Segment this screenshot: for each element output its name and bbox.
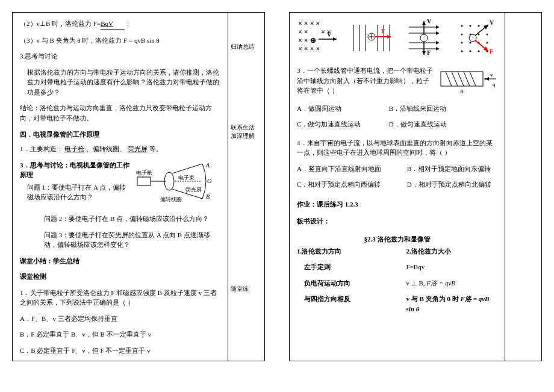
page1-annotations: 归纳总结 联系生活 加深理解 随堂练	[228, 13, 264, 361]
page2-annotations	[505, 13, 541, 361]
svg-point-38	[470, 25, 472, 27]
svg-point-46	[470, 42, 472, 44]
svg-rect-58	[441, 72, 483, 86]
txt: （2）v⊥B 时，洛伦兹力 F=	[20, 20, 101, 27]
lbl-F: F	[381, 28, 385, 34]
solenoid-diagram: v q B	[438, 66, 497, 98]
lbl-v: v	[490, 72, 493, 78]
q3d: D．做匀速直线运动	[389, 120, 447, 128]
line-4: 根据洛伦兹力的方向与带电粒子运动方向的关系，请你推测，洛伦兹力对带电粒子运动的速…	[27, 67, 220, 98]
lbl-V: V	[327, 31, 332, 38]
lbl-A: A	[205, 162, 210, 169]
svg-marker-29	[436, 31, 439, 35]
diagram-1: × × × × × ×× × × × ⊕ × × × × V	[297, 19, 340, 58]
lbl-F: F	[427, 49, 431, 56]
tube-block: 电子枪 电子束 荧光屏 偏转线圈 A O B 3．思考与讨论：电视机显像管的工作…	[20, 160, 220, 208]
svg-text:× × ⊕: × × ⊕	[298, 36, 316, 45]
q4-opts2: C．相对于预定点稍向西偏转 D．相对于预定点稍向北偏转	[297, 179, 497, 190]
page-2: × × × × × ×× × × × ⊕ × × × × V	[289, 12, 542, 361]
blank-bqv: BqV	[101, 19, 125, 30]
col-1: 1.洛伦兹力方向 左手定则 负电荷运动方向 与四指方向相反	[297, 246, 388, 320]
summary: 课堂小结：学生总结	[20, 256, 220, 266]
test-q1c: C．B 必定垂直于 F、v，但 F 不一定垂直于 v	[20, 346, 220, 356]
svg-marker-55	[484, 25, 488, 30]
svg-marker-28	[436, 25, 439, 29]
r1a: 左手定则	[304, 262, 388, 272]
svg-line-59	[446, 72, 452, 86]
q3-text: 3．一个长螺线管中通有电流，把一个带电粒子沿中轴线方向射入（若不计重力影响），粒…	[297, 67, 433, 94]
svg-marker-66	[485, 77, 489, 81]
homework: 作业：课后练习 1.2.3	[297, 199, 497, 210]
lbl-V: V	[490, 19, 494, 26]
line-5: 结论：洛伦兹力与运动方向垂直，洛伦兹力只改变带电粒子运动方向，对带电粒子不做功。	[20, 103, 220, 123]
col2-h: 2.洛伦兹力大小	[406, 246, 498, 257]
txt: 3.思考与讨论	[20, 52, 58, 60]
q4: 4．来自宇宙的电子流，以与地球表面垂直的方向射向赤道上空的某一点，则这些电子在进…	[297, 138, 497, 158]
svg-line-63	[470, 72, 476, 86]
txt: 等。	[149, 145, 163, 152]
r2pre: v ⊥ B,	[406, 279, 425, 287]
q4d: D．相对于预定点稍向北偏转	[407, 181, 491, 188]
test-heading: 课堂检测	[20, 272, 220, 282]
svg-rect-0	[137, 177, 151, 185]
annotation-1: 归纳总结	[231, 43, 262, 51]
line-2: （2）v⊥B 时，洛伦兹力 F=BqV；	[20, 19, 220, 30]
line-3: （3）v 与 B 夹角为 θ 时，洛伦兹力 F = qvB sin θ	[20, 36, 220, 46]
r1b: F=Bqv	[406, 262, 498, 272]
svg-point-37	[461, 25, 463, 27]
svg-point-50	[470, 51, 472, 52]
svg-marker-23	[387, 35, 391, 39]
q3b: B．沿轴线来回运动	[389, 105, 446, 112]
svg-marker-31	[436, 47, 439, 51]
diagram-3: V F	[405, 19, 446, 58]
col1-h: 1.洛伦兹力方向	[297, 246, 388, 257]
annotation-2b: 加深理解	[231, 132, 262, 140]
diagram-4: V F	[457, 19, 500, 58]
annotation-3: 随堂练	[231, 285, 262, 293]
svg-point-48	[487, 42, 488, 44]
test-q1: 1．关于带电粒子所受洛仑兹力 F 和磁感应强度 B 及粒子速度 v 三者之间的关…	[20, 288, 220, 308]
lbl-coil: 偏转线圈	[160, 196, 182, 202]
r2eq: F洛 = qvB	[426, 279, 455, 287]
r2b: v ⊥ B, F洛 = qvB	[406, 278, 498, 288]
q3-block: v q B 3．一个长螺线管中通有电流，把一个带电粒子沿中轴线方向射入（若不计重…	[297, 66, 497, 98]
board-columns: 1.洛伦兹力方向 左手定则 负电荷运动方向 与四指方向相反 2.洛伦兹力大小 F…	[297, 246, 497, 320]
diagram-row: × × × × × ×× × × × ⊕ × × × × V	[297, 19, 497, 58]
svg-point-41	[461, 34, 463, 36]
ul-gun: 电子枪	[64, 145, 84, 152]
page2-main: × × × × × ×× × × × ⊕ × × × × V	[290, 13, 505, 361]
txt: 、偏转线圈、	[86, 145, 126, 152]
lbl-screen: 荧光屏	[185, 187, 202, 193]
col-2: 2.洛伦兹力大小 F=Bqv v ⊥ B, F洛 = qvB v 与 B 夹角为…	[406, 246, 498, 320]
txt: （3）v 与 B 夹角为 θ 时，洛伦兹力 F = qvB sin θ	[20, 37, 160, 44]
svg-marker-36	[422, 51, 426, 55]
txt: 根据洛伦兹力的方向与带电粒子运动方向的关系，请你推测，洛伦兹力对带电粒子运动的速…	[27, 69, 219, 96]
svg-point-49	[461, 51, 463, 52]
svg-marker-12	[333, 37, 337, 41]
q3c: C．做匀加速直线运动	[297, 119, 387, 129]
svg-line-3	[172, 164, 202, 173]
svg-point-44	[487, 34, 488, 36]
svg-point-45	[461, 42, 463, 44]
r3b-pre: v 与 B 夹角为 θ 时	[406, 295, 461, 302]
lbl-q: q	[493, 81, 496, 87]
q4c: C．相对于预定点稍向西偏转	[297, 179, 405, 190]
lbl-beam: 电子束	[178, 175, 195, 181]
svg-line-61	[458, 72, 464, 86]
txt: 结论：洛伦兹力与运动方向垂直，洛伦兹力只改变带电粒子运动方向，对带电粒子不做功。	[20, 104, 212, 122]
svg-point-39	[478, 25, 480, 27]
q2: 问题 2：要使电子打在 B 点，偏转磁场应该沿什么方向？	[44, 214, 220, 224]
q3a: A．做圆周运动	[297, 104, 387, 114]
section-4-title: 四．电视显像管的工作原理	[20, 130, 220, 139]
lbl-O: O	[207, 178, 211, 184]
lbl-V: V	[427, 19, 432, 25]
line-6: 1．主要构造： 电子枪 、偏转线圈、 荧光屏 等。	[20, 144, 220, 154]
diagram-2: F	[351, 19, 394, 58]
svg-point-32	[420, 34, 428, 42]
r3a: 与四指方向相反	[304, 294, 388, 304]
svg-text:× × × ×: × × × ×	[298, 19, 320, 28]
ul-screen: 荧光屏	[128, 145, 148, 152]
r3b: v 与 B 夹角为 θ 时 F洛 = qvB sin θ	[406, 294, 498, 314]
test-q1b: B．F 必定垂直于 B、v，但 B 不一定垂直于 v	[20, 329, 220, 340]
page-1: （2）v⊥B 时，洛伦兹力 F=BqV； （3）v 与 B 夹角为 θ 时，洛伦…	[12, 12, 265, 361]
